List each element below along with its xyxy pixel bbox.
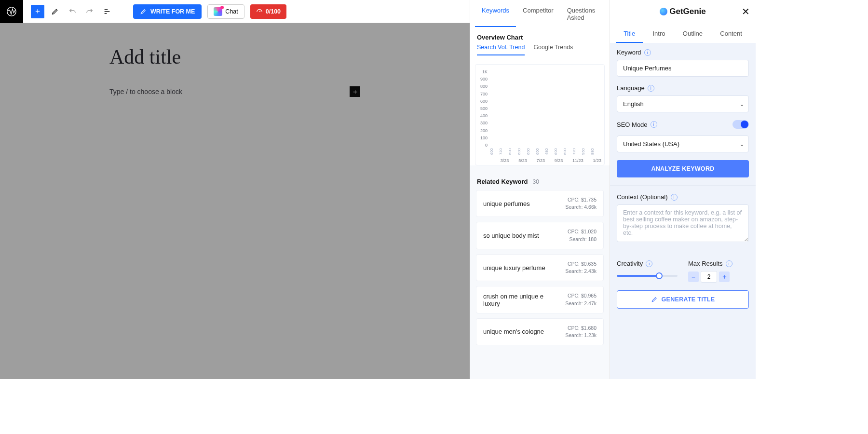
write-for-me-button[interactable]: WRITE FOR ME xyxy=(133,4,202,19)
tab-questions[interactable]: Questions Asked xyxy=(560,0,605,27)
subtab-google-trends[interactable]: Google Trends xyxy=(533,44,573,55)
editor-canvas-wrap: Add title Type / to choose a block ＋ xyxy=(0,23,470,379)
getgenie-brand: GetGenie xyxy=(660,7,706,16)
chart-bars: 600720600600600600480600600720960880 xyxy=(494,78,601,156)
info-icon[interactable]: i xyxy=(644,49,651,56)
context-textarea[interactable] xyxy=(617,204,749,242)
info-icon[interactable]: i xyxy=(671,194,678,201)
max-results-label: Max Resultsi xyxy=(688,260,749,267)
wordpress-logo[interactable] xyxy=(0,0,23,23)
add-block-button[interactable]: ＋ xyxy=(31,5,44,18)
getgenie-panel: GetGenie ✕ Title Intro Outline Content K… xyxy=(610,0,756,379)
keyword-name: unique men's cologne xyxy=(483,328,544,335)
chat-button[interactable]: Chat xyxy=(207,4,244,19)
stepper-value: 2 xyxy=(701,271,717,283)
info-icon[interactable]: i xyxy=(651,121,657,128)
info-icon[interactable]: i xyxy=(726,260,732,267)
undo-button[interactable] xyxy=(66,5,79,18)
stepper-decrement[interactable]: − xyxy=(688,271,699,282)
keyword-input[interactable] xyxy=(617,60,749,77)
keyword-name: crush on me unique e luxury xyxy=(483,293,546,307)
overview-chart-title: Overview Chart xyxy=(477,34,603,41)
seo-score-button[interactable]: 0/100 xyxy=(250,4,286,19)
wordpress-editor: ＋ WRITE FOR ME Chat 0/100 Add title xyxy=(0,0,470,379)
editor-dim-overlay xyxy=(0,23,470,379)
keyword-name: so unique body mist xyxy=(483,232,539,239)
seo-score-value: 0/100 xyxy=(266,8,281,15)
search-volume-chart: 1K9008007006005004003002001000 600720600… xyxy=(475,64,605,165)
tab-outline[interactable]: Outline xyxy=(675,23,710,43)
keyword-label: Keywordi xyxy=(617,49,749,56)
keyword-stats: CPC: $0.965Search: 2.47k xyxy=(565,292,597,307)
getgenie-header: GetGenie ✕ xyxy=(610,0,756,23)
country-select[interactable]: United States (USA) xyxy=(617,136,749,152)
info-icon[interactable]: i xyxy=(648,85,654,92)
seo-mode-toggle[interactable] xyxy=(732,120,749,129)
keyword-card[interactable]: unique perfumesCPC: $1.735Search: 4.66k xyxy=(476,190,604,217)
related-keyword-title: Related Keyword xyxy=(477,178,528,185)
redo-button[interactable] xyxy=(83,5,96,18)
document-outline-button[interactable] xyxy=(100,5,114,18)
keyword-card[interactable]: crush on me unique e luxuryCPC: $0.965Se… xyxy=(476,286,604,313)
generate-title-button[interactable]: GENERATE TITLE xyxy=(617,290,749,309)
chat-label: Chat xyxy=(225,8,238,15)
chart-y-axis: 1K9008007006005004003002001000 xyxy=(475,69,489,148)
keyword-card[interactable]: unique men's cologneCPC: $1.680Search: 1… xyxy=(476,318,604,345)
info-icon[interactable]: i xyxy=(646,260,652,267)
keyword-card[interactable]: unique luxury perfumeCPC: $0.635Search: … xyxy=(476,254,604,281)
edit-icon[interactable] xyxy=(48,5,62,18)
creativity-label: Creativityi xyxy=(617,260,678,267)
getgenie-logo-icon xyxy=(660,8,667,15)
keyword-panel: Keywords Competitor Questions Asked Over… xyxy=(470,0,610,379)
context-label: Context (Optional)i xyxy=(617,193,749,201)
max-results-stepper: − 2 ＋ xyxy=(688,271,749,283)
keyword-name: unique perfumes xyxy=(483,200,530,207)
keyword-stats: CPC: $1.020Search: 180 xyxy=(568,228,597,243)
genie-chat-icon xyxy=(214,7,222,16)
tab-content[interactable]: Content xyxy=(712,23,750,43)
keyword-panel-tabs: Keywords Competitor Questions Asked xyxy=(470,0,610,27)
tab-intro[interactable]: Intro xyxy=(645,23,673,43)
keyword-card[interactable]: so unique body mistCPC: $1.020Search: 18… xyxy=(476,222,604,249)
keyword-stats: CPC: $1.735Search: 4.66k xyxy=(565,196,597,211)
analyze-keyword-button[interactable]: ANALYZE KEYWORD xyxy=(617,160,749,177)
related-keyword-count: 30 xyxy=(532,178,539,185)
keyword-stats: CPC: $1.680Search: 1.23k xyxy=(565,325,597,339)
tab-title[interactable]: Title xyxy=(616,23,643,43)
write-for-me-label: WRITE FOR ME xyxy=(150,8,195,15)
creativity-slider[interactable] xyxy=(617,271,678,281)
overview-subtabs: Search Vol. Trend Google Trends xyxy=(477,44,603,55)
subtab-search-vol[interactable]: Search Vol. Trend xyxy=(477,44,525,55)
close-icon[interactable]: ✕ xyxy=(742,6,750,17)
getgenie-tabs: Title Intro Outline Content xyxy=(610,23,756,43)
keyword-name: unique luxury perfume xyxy=(483,264,545,271)
language-select[interactable]: English xyxy=(617,95,749,112)
related-keyword-list: unique perfumesCPC: $1.735Search: 4.66ks… xyxy=(470,190,610,345)
seo-mode-label: SEO Modei xyxy=(617,121,657,128)
keyword-stats: CPC: $0.635Search: 2.43k xyxy=(565,260,597,275)
tab-keywords[interactable]: Keywords xyxy=(475,0,516,27)
getgenie-brand-text: GetGenie xyxy=(669,7,706,16)
tab-competitor[interactable]: Competitor xyxy=(516,0,560,27)
language-label: Languagei xyxy=(617,84,749,92)
wp-toolbar: ＋ WRITE FOR ME Chat 0/100 xyxy=(0,0,470,23)
chart-x-axis: 3/235/237/239/2311/231/23 xyxy=(494,158,601,163)
stepper-increment[interactable]: ＋ xyxy=(719,271,730,282)
